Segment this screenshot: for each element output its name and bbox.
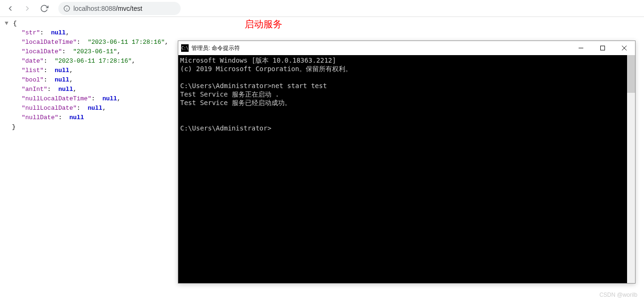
json-entry: "anInt": null, xyxy=(5,85,168,94)
collapse-toggle-icon[interactable]: ▼ xyxy=(5,19,9,28)
json-entry: "nullLocalDate": null, xyxy=(5,104,168,113)
maximize-button[interactable] xyxy=(592,41,613,55)
json-entry: "date": "2023-06-11 17:28:16", xyxy=(5,57,168,66)
cmd-scroll-thumb[interactable] xyxy=(627,55,635,93)
watermark: CSDN @worilb xyxy=(599,292,637,298)
back-button[interactable] xyxy=(4,2,17,15)
json-entry: "nullLocalDateTime": null, xyxy=(5,94,168,104)
json-response-viewer: ▼ { "str": null,"localDateTime": "2023-0… xyxy=(5,19,168,132)
cmd-titlebar[interactable]: C:\ 管理员: 命令提示符 xyxy=(178,41,635,55)
address-bar[interactable]: localhost:8088/mvc/test xyxy=(58,2,181,15)
command-prompt-window: C:\ 管理员: 命令提示符 Microsoft Windows [版本 10.… xyxy=(178,41,636,284)
cmd-icon: C:\ xyxy=(181,44,189,52)
cmd-body: Microsoft Windows [版本 10.0.18363.2212] (… xyxy=(178,55,635,283)
json-entry: "str": null, xyxy=(5,28,168,38)
cmd-scrollbar[interactable] xyxy=(627,55,635,283)
minimize-button[interactable] xyxy=(570,41,592,55)
close-button[interactable] xyxy=(613,41,635,55)
json-entry: "nullDate": null xyxy=(5,113,168,122)
cmd-output[interactable]: Microsoft Windows [版本 10.0.18363.2212] (… xyxy=(178,55,627,283)
annotation-label: 启动服务 xyxy=(245,18,282,31)
info-icon xyxy=(63,5,71,12)
json-entry: "bool": null, xyxy=(5,75,168,85)
forward-button[interactable] xyxy=(21,2,34,15)
svg-rect-4 xyxy=(601,46,605,50)
json-entry: "list": null, xyxy=(5,66,168,75)
reload-button[interactable] xyxy=(38,2,51,15)
cmd-window-title: 管理员: 命令提示符 xyxy=(191,44,570,52)
url-text: localhost:8088/mvc/test xyxy=(73,5,142,12)
browser-toolbar: localhost:8088/mvc/test xyxy=(0,0,644,17)
json-entry: "localDate": "2023-06-11", xyxy=(5,47,168,57)
json-entry: "localDateTime": "2023-06-11 17:28:16", xyxy=(5,38,168,47)
